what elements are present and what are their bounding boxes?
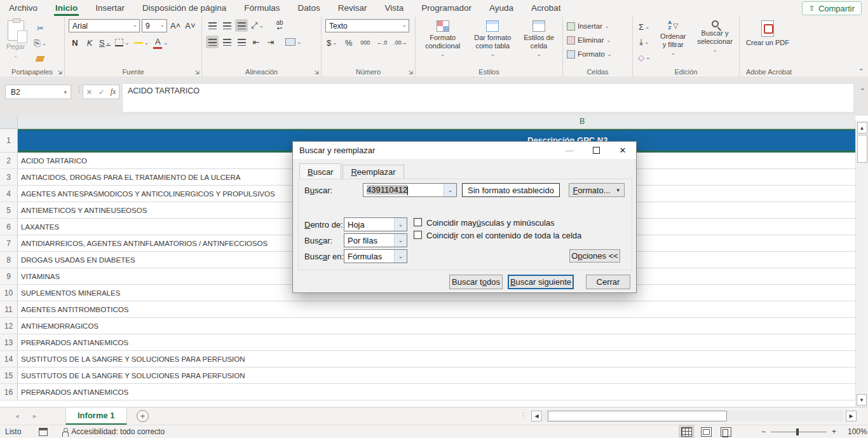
row-header[interactable]: 10 [0,285,18,301]
decrease-font-icon[interactable]: A˅ [184,20,196,32]
match-case-checkbox[interactable] [414,218,422,226]
percent-format-button[interactable]: % [342,36,355,49]
options-button[interactable]: Opciones << [569,249,620,263]
formula-input[interactable]: ACIDO TARTARICO [122,83,854,113]
vertical-scroll-thumb[interactable] [857,135,867,163]
align-center-button[interactable] [220,36,233,48]
find-next-button[interactable]: Buscar siguiente [508,275,574,289]
clear-button[interactable]: ◇ [637,51,652,64]
tab-buscar[interactable]: Buscar [299,163,341,179]
currency-format-button[interactable]: $ [325,36,339,49]
sort-filter-button[interactable]: AZ ▽ Ordenar y filtrar ⌄ [656,19,691,65]
conditional-formatting-button[interactable]: Formato condicional ⌄ [419,19,466,65]
row-header[interactable]: 14 [0,351,18,367]
select-all-corner[interactable] [0,116,18,128]
tab-vista[interactable]: Vista [376,1,412,16]
search-order-combo[interactable]: Por filas ⌄ [344,233,407,247]
cell[interactable]: ANTIHEMORRAGICOS [18,318,855,334]
merge-center-button[interactable] [284,36,303,48]
column-header-b[interactable]: B [580,117,585,126]
minimize-icon[interactable]: — [556,142,583,159]
accessibility-status[interactable]: Accesibilidad: todo correcto [62,427,165,436]
tab-programador[interactable]: Programador [412,1,480,16]
clipboard-dialog-launcher-icon[interactable]: ⇲ [57,69,62,76]
row-header[interactable]: 11 [0,301,18,318]
tab-archivo[interactable]: Archivo [0,1,46,16]
row-header[interactable]: 2 [0,153,18,169]
sheet-tab-informe-1[interactable]: Informe 1 [65,407,127,425]
next-sheet-icon[interactable]: ▸ [33,412,37,420]
row-header[interactable]: 5 [0,202,18,219]
chevron-down-icon[interactable]: ⌄ [394,250,407,263]
copy-button[interactable]: ⎘ [32,37,48,50]
zoom-slider-handle[interactable] [796,428,799,435]
find-what-combo[interactable]: 439110412 ⌄ [363,183,457,197]
font-family-combo[interactable]: Arial [69,19,140,32]
insert-function-icon[interactable]: fx [111,87,116,97]
tab-ayuda[interactable]: Ayuda [480,1,522,16]
bold-button[interactable]: N [69,36,81,49]
cell[interactable]: PREPARADOS ANTIANEMICOS [18,384,855,400]
borders-button[interactable] [114,36,131,49]
underline-button[interactable]: S [98,36,112,49]
scroll-left-icon[interactable]: ◀ [531,411,542,421]
format-as-table-button[interactable]: Dar formato como tabla ⌄ [469,19,517,65]
horizontal-scroll-thumb[interactable] [548,411,727,421]
paste-button[interactable]: Pegar ⌄ [4,19,27,65]
create-pdf-button[interactable]: Crear un PDF [743,19,792,48]
tab-acrobat[interactable]: Acrobat [522,1,570,16]
match-entire-cell-checkbox[interactable] [414,231,422,239]
font-color-button[interactable]: A [152,36,170,49]
page-layout-view-icon[interactable] [701,427,712,437]
row-header[interactable]: 7 [0,235,18,252]
number-format-combo[interactable]: Texto [325,19,409,32]
tab-datos[interactable]: Datos [288,1,329,16]
format-cells-button[interactable]: Formato ⌄ [567,47,628,61]
maximize-icon[interactable] [583,142,609,159]
row-header[interactable]: 9 [0,268,18,285]
chevron-down-icon[interactable]: ⌄ [394,218,407,231]
horizontal-scrollbar[interactable] [543,411,843,421]
scroll-up-icon[interactable]: ▲ [857,122,867,133]
cell-styles-button[interactable]: Estilos de celda ⌄ [519,19,559,65]
row-header[interactable]: 6 [0,219,18,235]
row-header[interactable]: 12 [0,318,18,334]
align-top-button[interactable] [206,19,219,32]
increase-font-icon[interactable]: A˄ [169,20,182,32]
cut-button[interactable]: ✂ [32,22,48,34]
increase-indent-button[interactable]: ⇥ [264,36,277,48]
close-icon[interactable]: ✕ [609,142,636,159]
name-box[interactable]: B2 [5,85,71,99]
tab-inicio[interactable]: Inicio [46,1,86,16]
page-break-view-icon[interactable] [721,427,731,437]
cell[interactable]: AGENTES ANTITROMBOTICOS [18,301,855,318]
close-button[interactable]: Cerrar [586,275,630,289]
zoom-in-icon[interactable]: + [832,427,836,436]
insert-cells-button[interactable]: Insertar ⌄ [567,19,628,33]
scroll-right-icon[interactable]: ▶ [846,411,857,421]
chevron-down-icon[interactable]: ⌄ [444,184,456,196]
find-select-button[interactable]: Buscar y seleccionar ⌄ [695,19,735,65]
zoom-percent[interactable]: 100% [848,427,867,436]
cell[interactable]: SUSTITUTOS DE LA SANGRE Y SOLUCIONES PAR… [18,351,855,367]
row-header[interactable]: 16 [0,384,18,400]
find-all-button[interactable]: Buscar todos [449,275,503,289]
confirm-entry-icon[interactable]: ✓ [98,88,105,97]
align-left-button[interactable] [206,36,219,48]
zoom-slider[interactable] [771,432,827,432]
comma-format-button[interactable]: 000 [359,36,372,49]
row-header[interactable]: 4 [0,186,18,202]
number-dialog-launcher-icon[interactable]: ⇲ [408,69,413,76]
row-header-1[interactable]: 1 [0,129,18,153]
expand-formula-bar-icon[interactable]: ⌃ [860,87,865,95]
italic-button[interactable]: K [83,36,96,49]
fill-color-button[interactable] [133,36,151,49]
delete-cells-button[interactable]: Eliminar ⌄ [567,33,628,47]
chevron-down-icon[interactable]: ⌄ [394,234,407,247]
prev-sheet-icon[interactable]: ◂ [15,412,19,420]
increase-decimal-button[interactable]: ←.0 [376,36,389,49]
format-button[interactable]: Formato...▼ [569,183,625,197]
scrollbar-resize-handle[interactable]: ⋮ [520,411,527,420]
align-middle-button[interactable] [220,19,233,32]
decrease-indent-button[interactable]: ⇤ [250,36,262,48]
